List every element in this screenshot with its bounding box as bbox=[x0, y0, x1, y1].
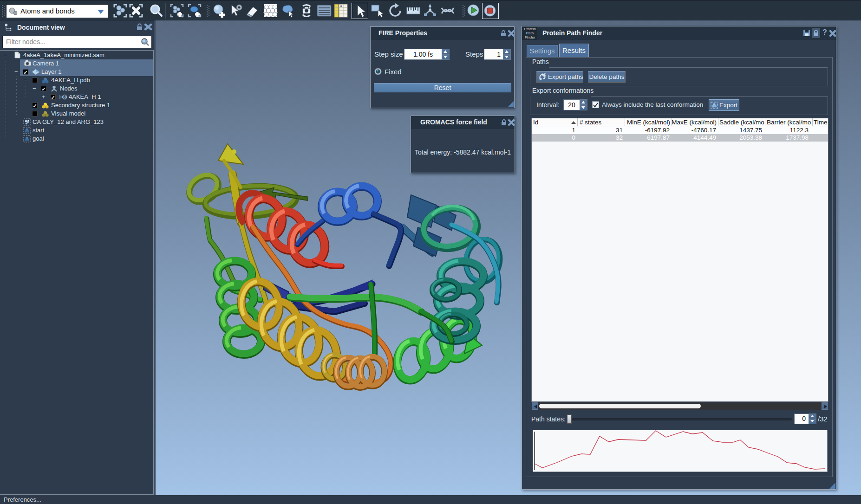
svg-text:H: H bbox=[340, 5, 342, 7]
svg-text:M: M bbox=[63, 95, 66, 99]
